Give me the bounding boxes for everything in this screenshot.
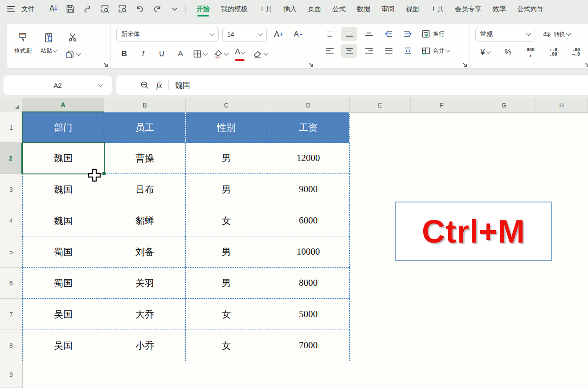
row-header-7[interactable]: 7 — [0, 299, 22, 330]
cell-D6[interactable]: 8000 — [267, 268, 350, 299]
tab-insert[interactable]: 插入 — [283, 0, 297, 18]
cell-D3[interactable]: 9000 — [267, 174, 350, 205]
cell-C2[interactable]: 男 — [186, 143, 267, 174]
cell-A1[interactable]: 部门 — [22, 112, 104, 143]
row-header-9[interactable]: 9 — [0, 361, 22, 388]
paste-button[interactable]: 粘贴 — [38, 29, 60, 57]
align-middle-button[interactable] — [341, 27, 357, 41]
italic-button[interactable]: I — [135, 47, 151, 61]
tab-data[interactable]: 数据 — [357, 0, 370, 18]
align-top-button[interactable] — [322, 27, 338, 41]
cell-A7[interactable]: 吴国 — [22, 299, 104, 330]
tab-membership[interactable]: 会员专享 — [455, 0, 482, 18]
column-header-H[interactable]: H — [535, 98, 588, 112]
cell-C5[interactable]: 男 — [186, 236, 267, 268]
column-header-B[interactable]: B — [104, 98, 186, 112]
tab-efficiency[interactable]: 效率 — [493, 0, 506, 18]
clipboard-dialog-launcher[interactable] — [103, 62, 108, 67]
number-format-select[interactable]: 常规 — [475, 27, 535, 42]
cell-D1[interactable]: 工资 — [267, 112, 350, 143]
cell-D5[interactable]: 10000 — [267, 236, 350, 268]
column-header-A[interactable]: A — [22, 98, 104, 112]
cell-A3[interactable]: 魏国 — [22, 174, 104, 205]
tab-page-layout[interactable]: 页面 — [308, 0, 321, 18]
formula-bar[interactable]: fx 魏国 — [116, 75, 588, 95]
column-header-E[interactable]: E — [350, 98, 411, 112]
cell-D7[interactable]: 5000 — [267, 299, 350, 330]
increase-font-button[interactable]: A+ — [270, 27, 286, 41]
column-header-G[interactable]: G — [473, 98, 535, 112]
row-header-1[interactable]: 1 — [0, 112, 22, 143]
align-center-button[interactable] — [341, 44, 357, 58]
font-dialog-launcher[interactable] — [309, 62, 314, 67]
column-header-C[interactable]: C — [186, 98, 267, 112]
chevron-down-button[interactable] — [169, 4, 180, 14]
thousands-separator-button[interactable]: 000, — [523, 45, 539, 59]
cell-B7[interactable]: 大乔 — [104, 299, 186, 330]
cell-B4[interactable]: 貂蝉 — [104, 205, 186, 236]
wrap-text-button[interactable]: 换行 — [420, 27, 446, 41]
cell-A8[interactable]: 吴国 — [22, 330, 104, 361]
fx-icon[interactable]: fx — [156, 81, 162, 90]
font-family-select[interactable]: 新宋体 — [116, 27, 219, 42]
tab-formula-wizard[interactable]: 公式向导 — [517, 0, 544, 18]
hamburger-menu-icon[interactable] — [7, 4, 15, 13]
cut-button[interactable] — [63, 30, 82, 45]
cell-C7[interactable]: 女 — [186, 299, 267, 330]
copy-button[interactable] — [63, 47, 82, 62]
borders-button[interactable] — [191, 47, 208, 61]
cell-C3[interactable]: 男 — [186, 174, 267, 205]
tab-my-templates[interactable]: 我的模板 — [221, 0, 248, 18]
font-size-select[interactable]: 14 — [222, 27, 267, 42]
cell-A4[interactable]: 魏国 — [22, 205, 104, 236]
cell-B5[interactable]: 刘备 — [104, 236, 186, 268]
bold-button[interactable]: B — [116, 47, 132, 61]
tab-tools-2[interactable]: 工具 — [430, 0, 444, 18]
cell-B6[interactable]: 关羽 — [104, 268, 186, 299]
distributed-button[interactable] — [400, 44, 416, 58]
number-dialog-launcher[interactable] — [585, 62, 588, 67]
cell-D8[interactable]: 7000 — [267, 330, 350, 361]
file-menu[interactable]: 文件 — [20, 5, 37, 13]
eraser-button[interactable] — [251, 47, 269, 61]
cell-B2[interactable]: 曹操 — [104, 143, 186, 174]
save-button[interactable] — [65, 4, 76, 14]
tab-review[interactable]: 审阅 — [381, 0, 395, 18]
cell-D2[interactable]: 12000 — [267, 143, 350, 174]
undo-button[interactable] — [135, 4, 145, 14]
decrease-indent-button[interactable] — [380, 27, 396, 41]
currency-button[interactable]: ¥ — [477, 45, 493, 59]
underline-button[interactable]: U — [154, 47, 170, 61]
convert-button[interactable]: 转换 — [540, 27, 572, 41]
format-hook-button[interactable] — [82, 4, 93, 14]
row-header-2[interactable]: 2 — [0, 143, 22, 174]
align-left-button[interactable] — [322, 44, 338, 58]
decrease-decimal-button[interactable]: ←.0.00 — [545, 45, 561, 59]
cell-D4[interactable]: 6000 — [267, 205, 350, 236]
font-color-button[interactable]: A — [232, 45, 248, 62]
row-header-3[interactable]: 3 — [0, 174, 22, 205]
fill-color-button[interactable] — [211, 47, 229, 61]
justify-button[interactable] — [380, 44, 396, 58]
align-right-button[interactable] — [361, 44, 377, 58]
strikethrough-button[interactable]: A — [172, 47, 188, 61]
name-box[interactable]: A2 — [4, 75, 112, 95]
cell-A5[interactable]: 蜀国 — [22, 236, 104, 268]
row-header-6[interactable]: 6 — [0, 268, 22, 299]
column-header-F[interactable]: F — [411, 98, 473, 112]
tab-view[interactable]: 视图 — [406, 0, 419, 18]
decrease-font-button[interactable]: A− — [290, 27, 306, 41]
column-header-D[interactable]: D — [267, 98, 350, 112]
format-painter-button[interactable]: 格式刷 — [12, 29, 34, 57]
increase-decimal-button[interactable]: .00→.0 — [568, 45, 584, 59]
cell-A6[interactable]: 蜀国 — [22, 268, 104, 299]
cell-C1[interactable]: 性别 — [186, 112, 267, 143]
tab-home[interactable]: 开始 — [196, 0, 210, 18]
tab-tools[interactable]: 工具 — [259, 0, 272, 18]
cell-C8[interactable]: 女 — [186, 330, 267, 361]
tab-formulas[interactable]: 公式 — [332, 0, 346, 18]
print-preview-button[interactable] — [100, 4, 110, 14]
find-button[interactable] — [117, 4, 128, 14]
align-bottom-button[interactable] — [361, 27, 377, 41]
cell-B3[interactable]: 吕布 — [104, 174, 186, 205]
